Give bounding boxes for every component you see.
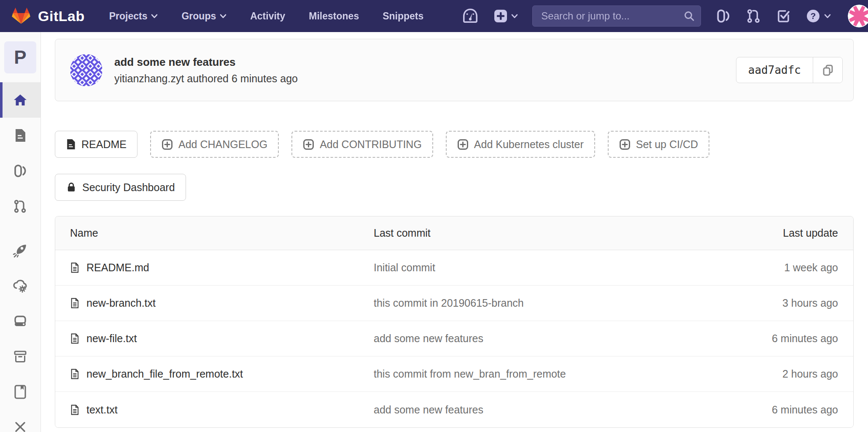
- sidebar-item-merge-requests[interactable]: [0, 189, 40, 224]
- last-update-value: 6 minutes ago: [714, 404, 853, 416]
- commit-title[interactable]: add some new features: [114, 56, 298, 69]
- plus-square-icon: [303, 139, 314, 150]
- chevron-down-icon: [220, 14, 226, 19]
- project-buttons-row: README Add CHANGELOG Add CONTRIBUTING: [55, 131, 854, 158]
- merge-request-icon: [13, 199, 28, 214]
- scissors-icon: [14, 421, 27, 432]
- commit-message-link[interactable]: this commit in 20190615-branch: [374, 297, 714, 309]
- primary-nav: Projects Groups Activity Milestones Snip…: [109, 11, 447, 22]
- help-menu[interactable]: ?: [806, 8, 831, 24]
- plus-square-icon: [162, 139, 173, 150]
- commit-meta: yitianzhang.zyt authored 6 minutes ago: [114, 73, 298, 85]
- copy-icon: [822, 64, 834, 76]
- nav-item-projects[interactable]: Projects: [109, 11, 158, 22]
- top-navigation: GitLab Projects Groups Activity Mileston…: [0, 0, 868, 32]
- table-row: README.md Initial commit 1 week ago: [55, 250, 853, 286]
- package-icon: [13, 349, 27, 364]
- sidebar-item-repository[interactable]: [0, 118, 40, 153]
- table-row: text.txt add some new features 6 minutes…: [55, 392, 853, 427]
- sidebar-item-ci-cd[interactable]: [0, 232, 40, 268]
- last-update-value: 3 hours ago: [714, 297, 853, 309]
- sidebar-item-packages[interactable]: [0, 339, 40, 374]
- last-update-value: 1 week ago: [714, 262, 853, 274]
- table-row: new_branch_file_from_remote.txt this com…: [55, 356, 853, 392]
- search-input[interactable]: [532, 5, 701, 27]
- file-icon: [66, 138, 76, 150]
- file-icon: [14, 128, 27, 143]
- nav-item-activity[interactable]: Activity: [250, 11, 285, 22]
- dashboard-gauge-icon[interactable]: [461, 7, 479, 25]
- add-changelog-button[interactable]: Add CHANGELOG: [150, 131, 279, 158]
- column-header-last-update: Last update: [714, 227, 853, 239]
- todo-check-icon[interactable]: [776, 8, 791, 24]
- file-icon: [70, 297, 79, 309]
- file-icon: [70, 262, 79, 273]
- issues-icon[interactable]: [715, 8, 731, 24]
- commit-sha: aad7adfc: [736, 57, 813, 83]
- column-header-last-commit: Last commit: [374, 227, 714, 239]
- help-icon: ?: [806, 8, 821, 24]
- file-icon: [70, 333, 79, 344]
- file-name-link[interactable]: new-branch.txt: [86, 297, 156, 309]
- project-avatar[interactable]: P: [4, 41, 36, 73]
- commit-message-link[interactable]: add some new features: [374, 332, 714, 345]
- rocket-icon: [13, 243, 28, 258]
- file-name-link[interactable]: new-file.txt: [86, 332, 137, 345]
- merge-request-icon[interactable]: [746, 8, 762, 24]
- file-icon: [70, 404, 79, 416]
- sidebar-item-project-home[interactable]: [0, 82, 40, 118]
- main-content: add some new features yitianzhang.zyt au…: [41, 0, 868, 428]
- table-row: new-branch.txt this commit in 20190615-b…: [55, 286, 853, 321]
- add-kubernetes-cluster-button[interactable]: Add Kubernetes cluster: [446, 131, 595, 158]
- file-table-header: Name Last commit Last update: [55, 216, 853, 250]
- nav-item-groups[interactable]: Groups: [181, 11, 226, 22]
- commit-message-link[interactable]: Initial commit: [374, 262, 714, 274]
- plus-square-icon: [619, 139, 631, 150]
- table-row: new-file.txt add some new features 6 min…: [55, 321, 853, 356]
- commit-sha-group: aad7adfc: [736, 57, 843, 83]
- copy-sha-button[interactable]: [813, 57, 842, 83]
- sidebar-item-container-registry[interactable]: [0, 303, 40, 339]
- file-name-link[interactable]: text.txt: [86, 404, 118, 416]
- last-update-value: 6 minutes ago: [714, 332, 853, 345]
- security-row: Security Dashboard: [55, 174, 854, 201]
- container-icon: [13, 314, 28, 328]
- last-update-value: 2 hours ago: [714, 368, 853, 380]
- chevron-down-icon: [824, 14, 831, 19]
- column-header-name: Name: [55, 227, 374, 239]
- sidebar-item-wiki[interactable]: [0, 374, 40, 410]
- file-table: Name Last commit Last update README.md I…: [55, 216, 854, 428]
- chevron-down-icon: [151, 14, 158, 19]
- user-avatar[interactable]: [848, 5, 868, 27]
- security-dashboard-button[interactable]: Security Dashboard: [55, 174, 186, 201]
- readme-button[interactable]: README: [55, 131, 137, 158]
- home-icon: [13, 93, 27, 107]
- issues-icon: [13, 163, 28, 178]
- cloud-gear-icon: [12, 278, 28, 293]
- sidebar-item-issues[interactable]: [0, 153, 40, 189]
- search-icon[interactable]: [683, 10, 695, 22]
- sidebar-item-operations[interactable]: [0, 268, 40, 303]
- lock-icon: [66, 181, 77, 193]
- sidebar-item-snippets[interactable]: [0, 410, 40, 432]
- commit-message-link[interactable]: this commit from new_bran_from_remote: [374, 368, 714, 380]
- add-contributing-button[interactable]: Add CONTRIBUTING: [291, 131, 433, 158]
- nav-item-milestones[interactable]: Milestones: [309, 11, 359, 22]
- gitlab-logo-icon[interactable]: [11, 6, 31, 26]
- book-icon: [13, 384, 27, 400]
- last-commit-panel: add some new features yitianzhang.zyt au…: [55, 39, 854, 101]
- search-container: [532, 5, 701, 27]
- project-sidebar: P: [0, 32, 41, 432]
- new-menu-button[interactable]: [493, 9, 518, 23]
- setup-ci-cd-button[interactable]: Set up CI/CD: [608, 131, 709, 158]
- file-name-link[interactable]: README.md: [86, 262, 149, 274]
- file-name-link[interactable]: new_branch_file_from_remote.txt: [86, 368, 243, 380]
- file-icon: [70, 368, 79, 380]
- plus-square-icon: [493, 9, 508, 23]
- plus-square-icon: [457, 139, 469, 150]
- chevron-down-icon: [511, 14, 518, 19]
- commit-author-avatar[interactable]: [70, 54, 102, 86]
- nav-item-snippets[interactable]: Snippets: [383, 11, 423, 22]
- commit-message-link[interactable]: add some new features: [374, 404, 714, 416]
- brand-title[interactable]: GitLab: [38, 8, 85, 24]
